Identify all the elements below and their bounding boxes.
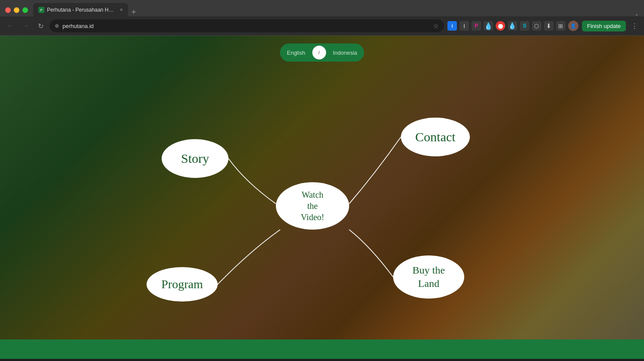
program-bubble-text: Program [155,274,209,295]
forward-button[interactable]: → [20,20,32,31]
program-bubble[interactable]: Program [147,267,218,302]
address-bar[interactable]: ⊕ perhutana.id ☆ [50,19,444,32]
language-toggle[interactable]: English / Indonesia [280,44,364,62]
center-bubble[interactable]: WatchtheVideo! [276,182,349,230]
extension-drop-icon[interactable]: 💧 [484,21,493,31]
title-bar: P Perhutana - Perusahaan Huta × + ⌄ [0,0,644,16]
extension-pi-icon[interactable]: I [460,21,469,31]
lock-icon: ⊕ [55,23,59,29]
center-bubble-text: WatchtheVideo! [295,186,330,226]
extension-i-icon[interactable]: i [447,21,457,31]
story-bubble-text: Story [175,147,215,170]
extension-s-icon[interactable]: S [520,21,529,31]
minimize-traffic-light[interactable] [14,7,19,13]
footer-bar [0,339,644,359]
finish-update-button[interactable]: Finish update [582,21,626,31]
tab-dropdown-button[interactable]: ⌄ [635,11,639,17]
extension-p-icon[interactable]: P [472,21,481,31]
buy-land-bubble[interactable]: Buy theLand [393,255,464,299]
story-bubble[interactable]: Story [162,139,228,178]
extension-download-icon[interactable]: ⬇ [544,21,553,31]
buy-land-bubble-text: Buy theLand [406,260,451,294]
main-content: English / Indonesia WatchtheVideo! Story… [0,36,644,359]
tab-favicon: P [38,7,44,13]
profile-avatar[interactable]: 👤 [568,21,578,31]
extension-share-icon[interactable]: ⬡ [532,21,541,31]
active-tab[interactable]: P Perhutana - Perusahaan Huta × [33,3,128,17]
english-option[interactable]: English [283,49,309,57]
address-text: perhutana.id [63,23,430,29]
extensions-area: i I P 💧 ⬤ 💧 S ⬡ ⬇ ⊞ 👤 [447,21,578,31]
back-button[interactable]: ← [4,20,16,31]
maximize-traffic-light[interactable] [22,7,28,13]
tab-close-button[interactable]: × [120,7,123,13]
tab-title: Perhutana - Perusahaan Huta [47,7,116,13]
extension-red-icon[interactable]: ⬤ [496,21,505,31]
nav-bar: ← → ↻ ⊕ perhutana.id ☆ i I P 💧 ⬤ 💧 S ⬡ ⬇… [0,16,644,35]
contact-bubble-text: Contact [409,126,461,148]
contact-bubble[interactable]: Contact [401,118,470,156]
close-traffic-light[interactable] [5,7,11,13]
traffic-lights [5,7,28,13]
reload-button[interactable]: ↻ [35,20,46,32]
more-options-button[interactable]: ⋮ [629,21,640,31]
extension-green-icon[interactable]: 💧 [508,21,517,31]
bookmark-button[interactable]: ☆ [433,22,439,29]
new-tab-button[interactable]: + [131,8,136,17]
extension-sidebar-icon[interactable]: ⊞ [556,21,566,31]
tab-bar: P Perhutana - Perusahaan Huta × + ⌄ [33,3,639,17]
toggle-circle[interactable]: / [312,46,326,59]
indonesia-option[interactable]: Indonesia [329,49,360,57]
